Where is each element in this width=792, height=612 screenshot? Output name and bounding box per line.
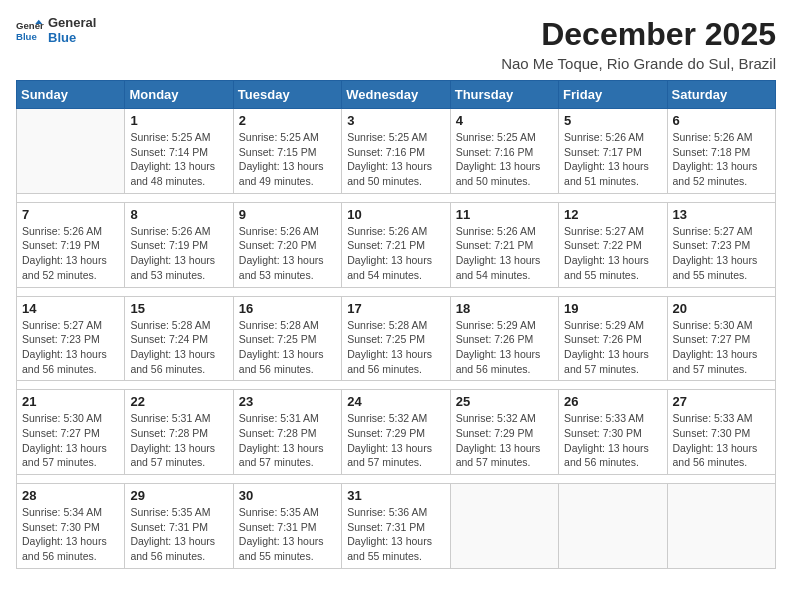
day-number: 31	[347, 488, 444, 503]
day-info: Sunrise: 5:27 AMSunset: 7:22 PMDaylight:…	[564, 224, 661, 283]
day-number: 3	[347, 113, 444, 128]
calendar-cell: 17Sunrise: 5:28 AMSunset: 7:25 PMDayligh…	[342, 296, 450, 381]
calendar-header-thursday: Thursday	[450, 81, 558, 109]
calendar-cell: 23Sunrise: 5:31 AMSunset: 7:28 PMDayligh…	[233, 390, 341, 475]
calendar-cell: 12Sunrise: 5:27 AMSunset: 7:22 PMDayligh…	[559, 202, 667, 287]
calendar-cell	[559, 484, 667, 569]
day-number: 22	[130, 394, 227, 409]
calendar-header-sunday: Sunday	[17, 81, 125, 109]
calendar-cell: 1Sunrise: 5:25 AMSunset: 7:14 PMDaylight…	[125, 109, 233, 194]
day-number: 21	[22, 394, 119, 409]
calendar-cell: 19Sunrise: 5:29 AMSunset: 7:26 PMDayligh…	[559, 296, 667, 381]
calendar-cell	[450, 484, 558, 569]
day-number: 10	[347, 207, 444, 222]
day-number: 30	[239, 488, 336, 503]
day-info: Sunrise: 5:26 AMSunset: 7:21 PMDaylight:…	[347, 224, 444, 283]
day-number: 28	[22, 488, 119, 503]
calendar-cell: 28Sunrise: 5:34 AMSunset: 7:30 PMDayligh…	[17, 484, 125, 569]
calendar-cell: 13Sunrise: 5:27 AMSunset: 7:23 PMDayligh…	[667, 202, 775, 287]
day-info: Sunrise: 5:26 AMSunset: 7:20 PMDaylight:…	[239, 224, 336, 283]
calendar-header-saturday: Saturday	[667, 81, 775, 109]
logo-icon: General Blue	[16, 17, 44, 45]
calendar-cell: 10Sunrise: 5:26 AMSunset: 7:21 PMDayligh…	[342, 202, 450, 287]
day-info: Sunrise: 5:33 AMSunset: 7:30 PMDaylight:…	[673, 411, 770, 470]
calendar-week-row: 28Sunrise: 5:34 AMSunset: 7:30 PMDayligh…	[17, 484, 776, 569]
day-info: Sunrise: 5:29 AMSunset: 7:26 PMDaylight:…	[564, 318, 661, 377]
main-title: December 2025	[501, 16, 776, 53]
day-info: Sunrise: 5:31 AMSunset: 7:28 PMDaylight:…	[239, 411, 336, 470]
calendar-cell: 5Sunrise: 5:26 AMSunset: 7:17 PMDaylight…	[559, 109, 667, 194]
day-number: 17	[347, 301, 444, 316]
logo: General Blue General Blue	[16, 16, 96, 46]
calendar-cell: 22Sunrise: 5:31 AMSunset: 7:28 PMDayligh…	[125, 390, 233, 475]
calendar-cell: 27Sunrise: 5:33 AMSunset: 7:30 PMDayligh…	[667, 390, 775, 475]
day-info: Sunrise: 5:33 AMSunset: 7:30 PMDaylight:…	[564, 411, 661, 470]
day-info: Sunrise: 5:26 AMSunset: 7:21 PMDaylight:…	[456, 224, 553, 283]
day-number: 1	[130, 113, 227, 128]
day-info: Sunrise: 5:26 AMSunset: 7:19 PMDaylight:…	[130, 224, 227, 283]
calendar-cell: 6Sunrise: 5:26 AMSunset: 7:18 PMDaylight…	[667, 109, 775, 194]
calendar-header-friday: Friday	[559, 81, 667, 109]
calendar-cell: 15Sunrise: 5:28 AMSunset: 7:24 PMDayligh…	[125, 296, 233, 381]
day-number: 23	[239, 394, 336, 409]
calendar-cell: 3Sunrise: 5:25 AMSunset: 7:16 PMDaylight…	[342, 109, 450, 194]
day-info: Sunrise: 5:31 AMSunset: 7:28 PMDaylight:…	[130, 411, 227, 470]
day-info: Sunrise: 5:29 AMSunset: 7:26 PMDaylight:…	[456, 318, 553, 377]
day-number: 14	[22, 301, 119, 316]
day-number: 26	[564, 394, 661, 409]
calendar-cell	[667, 484, 775, 569]
day-info: Sunrise: 5:26 AMSunset: 7:18 PMDaylight:…	[673, 130, 770, 189]
calendar-cell: 7Sunrise: 5:26 AMSunset: 7:19 PMDaylight…	[17, 202, 125, 287]
day-info: Sunrise: 5:27 AMSunset: 7:23 PMDaylight:…	[22, 318, 119, 377]
day-info: Sunrise: 5:27 AMSunset: 7:23 PMDaylight:…	[673, 224, 770, 283]
calendar-week-row: 7Sunrise: 5:26 AMSunset: 7:19 PMDaylight…	[17, 202, 776, 287]
week-spacer	[17, 193, 776, 202]
day-number: 18	[456, 301, 553, 316]
day-number: 20	[673, 301, 770, 316]
calendar-cell	[17, 109, 125, 194]
day-info: Sunrise: 5:30 AMSunset: 7:27 PMDaylight:…	[22, 411, 119, 470]
day-number: 5	[564, 113, 661, 128]
day-number: 6	[673, 113, 770, 128]
logo-blue-text: Blue	[48, 31, 96, 46]
subtitle: Nao Me Toque, Rio Grande do Sul, Brazil	[501, 55, 776, 72]
day-number: 25	[456, 394, 553, 409]
calendar-cell: 25Sunrise: 5:32 AMSunset: 7:29 PMDayligh…	[450, 390, 558, 475]
calendar-cell: 29Sunrise: 5:35 AMSunset: 7:31 PMDayligh…	[125, 484, 233, 569]
logo-general-text: General	[48, 16, 96, 31]
day-info: Sunrise: 5:26 AMSunset: 7:19 PMDaylight:…	[22, 224, 119, 283]
day-info: Sunrise: 5:26 AMSunset: 7:17 PMDaylight:…	[564, 130, 661, 189]
day-info: Sunrise: 5:32 AMSunset: 7:29 PMDaylight:…	[456, 411, 553, 470]
calendar-cell: 21Sunrise: 5:30 AMSunset: 7:27 PMDayligh…	[17, 390, 125, 475]
calendar-cell: 16Sunrise: 5:28 AMSunset: 7:25 PMDayligh…	[233, 296, 341, 381]
calendar-cell: 20Sunrise: 5:30 AMSunset: 7:27 PMDayligh…	[667, 296, 775, 381]
day-info: Sunrise: 5:35 AMSunset: 7:31 PMDaylight:…	[130, 505, 227, 564]
day-info: Sunrise: 5:25 AMSunset: 7:16 PMDaylight:…	[347, 130, 444, 189]
day-number: 8	[130, 207, 227, 222]
calendar-cell: 30Sunrise: 5:35 AMSunset: 7:31 PMDayligh…	[233, 484, 341, 569]
day-info: Sunrise: 5:32 AMSunset: 7:29 PMDaylight:…	[347, 411, 444, 470]
day-info: Sunrise: 5:35 AMSunset: 7:31 PMDaylight:…	[239, 505, 336, 564]
day-number: 9	[239, 207, 336, 222]
calendar-cell: 18Sunrise: 5:29 AMSunset: 7:26 PMDayligh…	[450, 296, 558, 381]
calendar-cell: 26Sunrise: 5:33 AMSunset: 7:30 PMDayligh…	[559, 390, 667, 475]
day-info: Sunrise: 5:28 AMSunset: 7:25 PMDaylight:…	[347, 318, 444, 377]
calendar-header-monday: Monday	[125, 81, 233, 109]
svg-text:Blue: Blue	[16, 31, 37, 42]
calendar-cell: 14Sunrise: 5:27 AMSunset: 7:23 PMDayligh…	[17, 296, 125, 381]
calendar-week-row: 21Sunrise: 5:30 AMSunset: 7:27 PMDayligh…	[17, 390, 776, 475]
calendar-week-row: 14Sunrise: 5:27 AMSunset: 7:23 PMDayligh…	[17, 296, 776, 381]
calendar-table: SundayMondayTuesdayWednesdayThursdayFrid…	[16, 80, 776, 569]
day-number: 15	[130, 301, 227, 316]
day-info: Sunrise: 5:28 AMSunset: 7:24 PMDaylight:…	[130, 318, 227, 377]
day-info: Sunrise: 5:30 AMSunset: 7:27 PMDaylight:…	[673, 318, 770, 377]
calendar-cell: 2Sunrise: 5:25 AMSunset: 7:15 PMDaylight…	[233, 109, 341, 194]
calendar-week-row: 1Sunrise: 5:25 AMSunset: 7:14 PMDaylight…	[17, 109, 776, 194]
day-number: 27	[673, 394, 770, 409]
calendar-cell: 11Sunrise: 5:26 AMSunset: 7:21 PMDayligh…	[450, 202, 558, 287]
day-number: 29	[130, 488, 227, 503]
calendar-cell: 24Sunrise: 5:32 AMSunset: 7:29 PMDayligh…	[342, 390, 450, 475]
day-number: 12	[564, 207, 661, 222]
calendar-cell: 4Sunrise: 5:25 AMSunset: 7:16 PMDaylight…	[450, 109, 558, 194]
calendar-header-tuesday: Tuesday	[233, 81, 341, 109]
